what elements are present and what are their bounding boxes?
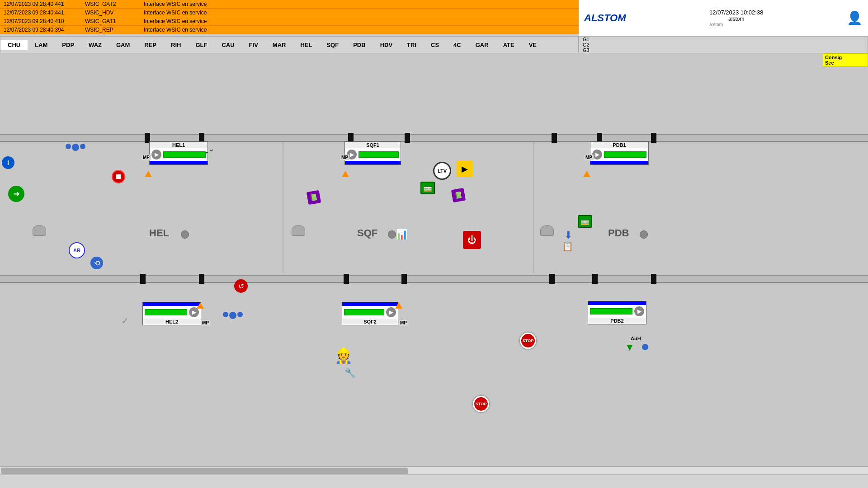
hel2-title: HEL2 [143,319,201,325]
nav-pdp[interactable]: PDP [55,40,81,50]
log-source-4: WSIC_REP [85,27,144,33]
log-msg-2: Interface WSIC en service [144,9,207,16]
hel-zone-label: HEL [149,227,169,239]
pdb1-station-box[interactable]: PDB1 ▶ [590,141,649,165]
stop-label-1: STOP [523,338,533,343]
track-marker-l4 [401,274,407,284]
track-marker-l3 [344,274,349,284]
nav-tri[interactable]: TRI [400,40,424,50]
track-marker-l5 [549,274,555,284]
hel1-station-box[interactable]: HEL1 ▶ [149,141,208,165]
log-time-4: 12/07/2023 09:28:40:394 [4,27,85,33]
nav-waz[interactable]: WAZ [81,40,109,50]
cylinder-2 [292,225,305,236]
cylinder-3 [540,225,554,236]
user-sub: a:stom [709,22,763,27]
log-msg-1: Interface WSIC en service [144,1,207,7]
scrollbar-thumb[interactable] [1,468,408,474]
nav-rih[interactable]: RIH [164,40,188,50]
nav-rep[interactable]: REP [137,40,164,50]
hel1-chevron-num: ▾ [206,150,208,155]
book-icon-1[interactable]: 📗 [307,190,321,205]
log-source-2: WSIC_HDV [85,9,144,16]
track-marker-l7 [651,274,656,284]
pdb2-station-box[interactable]: ▶ PDB2 [588,301,646,324]
people-cluster-1[interactable] [66,144,85,151]
train-icon-2[interactable]: 🚃 [578,215,592,228]
sqf-chart-icon[interactable]: 📊 [396,229,408,240]
bottom-bar [0,474,868,488]
stop-button-bottom[interactable]: STOP [473,396,489,412]
track-marker-4 [405,133,410,143]
nav-glf[interactable]: GLF [188,40,214,50]
pdb-nav-down-icon[interactable]: ⬇ [564,230,572,241]
track-lower-band [0,275,868,283]
ltv-button[interactable]: LTV [433,162,451,180]
pdb1-arrow-btn[interactable]: ▶ [592,150,602,160]
pdb2-arrow-btn[interactable]: ▶ [634,306,644,316]
sqf2-blue-bar-top [342,302,398,306]
hel1-chevron-down[interactable]: ⌄ [208,144,215,154]
nav-sqf[interactable]: SQF [319,40,346,50]
nav-ate[interactable]: ATE [496,40,522,50]
hel2-mp-label: MP [201,320,210,326]
hel2-green-bar [145,309,187,315]
pdb-nav-book-icon[interactable]: 📋 [562,241,573,252]
blue-arrow-icon[interactable]: ⟲ [90,257,103,269]
play-button[interactable]: ▶ [457,161,473,177]
nav-4c[interactable]: 4C [446,40,468,50]
stop-button-1[interactable]: STOP [520,333,536,349]
sqf1-station-box[interactable]: SQF1 ▶ [344,141,401,165]
divider-2 [533,142,534,273]
nav-chu[interactable]: CHU [0,40,28,50]
nav-gam[interactable]: GAM [109,40,137,50]
nav-ve[interactable]: VE [522,40,544,50]
nav-hel[interactable]: HEL [293,40,319,50]
nav-fiv[interactable]: FIV [242,40,265,50]
nav-g1[interactable]: G1 [583,37,590,42]
hel2-arrow-btn[interactable]: ▶ [189,307,199,317]
nav-mar[interactable]: MAR [265,40,293,50]
green-down-arrow[interactable]: ▼ [625,342,635,353]
hel1-arrow-btn[interactable]: ▶ [151,150,161,160]
people-cluster-2[interactable] [223,312,243,319]
wrench-icon[interactable]: 🔧 [344,367,356,378]
nav-pdb[interactable]: PDB [346,40,373,50]
green-arrow-icon[interactable]: ➜ [8,186,24,202]
sqf-zone-label: SQF [357,227,377,239]
alstom-logo: ALSTOM [584,12,626,24]
consig-notification[interactable]: Consig Sec [823,53,868,67]
sqf2-arrow-btn[interactable]: ▶ [386,307,396,317]
log-row-1: 12/07/2023 09:28:40:441 WSIC_GAT2 Interf… [0,0,579,9]
power-button[interactable]: ⏻ [463,231,481,249]
g-nav-group: G1 G2 G3 [579,37,593,53]
ar-button[interactable]: AR [69,242,85,258]
nav-hdv[interactable]: HDV [373,40,400,50]
nav-cs[interactable]: CS [424,40,446,50]
ltv-label: LTV [438,168,447,174]
train-icon-1[interactable]: 🚃 [420,182,435,194]
pdb1-title: PDB1 [590,142,648,148]
red-stop-circle-1[interactable]: ⏹ [112,170,125,183]
worker-icon[interactable]: 👷 [335,347,353,364]
nav-lam[interactable]: LAM [28,40,55,50]
pdb2-green-bar [590,308,632,314]
info-icon[interactable]: i [2,156,14,169]
sqf2-title: SQF2 [342,319,398,325]
main-canvas: Consig Sec HEL1 ▶ ⌄ ▾ [0,53,868,474]
track-marker-l6 [592,274,598,284]
red-arrow-indicator[interactable]: ↺ [234,279,248,293]
divider-1 [283,142,283,273]
sqf1-green-bar [359,151,399,158]
book-icon-2[interactable]: 📗 [451,188,466,202]
nav-gar[interactable]: GAR [468,40,496,50]
nav-g3[interactable]: G3 [583,47,590,53]
check-icon[interactable]: ✓ [121,315,129,326]
sqf2-station-box[interactable]: ▶ SQF2 [342,302,398,325]
user-icon: 👤 [847,10,863,25]
horizontal-scrollbar[interactable] [0,466,868,474]
nav-g2[interactable]: G2 [583,42,590,47]
hel2-station-box[interactable]: ▶ HEL2 [142,302,201,325]
branding-panel: ALSTOM 12/07/2023 10:02:38 alstom a:stom… [579,0,868,36]
nav-cau[interactable]: CAU [214,40,241,50]
